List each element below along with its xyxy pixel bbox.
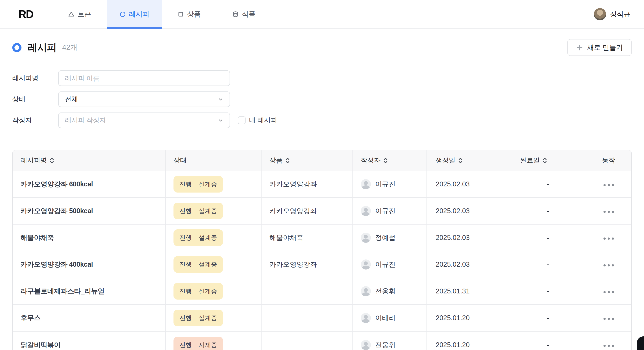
table-row[interactable]: 해물야채죽 진행설계중 해물야채죽 정예섭 2025.02.03 - bbox=[13, 224, 632, 251]
col-header-created: 생성일 bbox=[436, 156, 456, 165]
create-new-label: 새로 만들기 bbox=[587, 43, 623, 52]
tab-product[interactable]: 상품 bbox=[162, 0, 216, 28]
completed-date: - bbox=[547, 207, 549, 215]
status-select[interactable]: 전체 bbox=[58, 91, 230, 107]
recipe-name: 닭갈비떡볶이 bbox=[20, 341, 61, 349]
badge-divider bbox=[195, 234, 196, 242]
created-date: 2025.02.03 bbox=[436, 180, 470, 188]
recipe-name-input[interactable] bbox=[58, 70, 230, 86]
badge-divider bbox=[195, 287, 196, 295]
status-badge: 진행설계중 bbox=[174, 203, 223, 219]
col-header-author: 작성자 bbox=[361, 156, 380, 165]
author-name: 이규진 bbox=[375, 260, 396, 269]
status-badge: 진행설계중 bbox=[174, 310, 223, 326]
filter-label-status: 상태 bbox=[12, 95, 58, 104]
status-stage: 진행 bbox=[180, 234, 192, 242]
author-avatar-icon bbox=[361, 206, 371, 216]
badge-divider bbox=[195, 314, 196, 322]
col-header-actions: 동작 bbox=[602, 156, 615, 164]
product-name: 카카오영양강좌 bbox=[270, 180, 317, 188]
page-header: 레시피 42개 새로 만들기 bbox=[12, 39, 632, 56]
user-avatar bbox=[594, 8, 606, 20]
row-actions-button[interactable] bbox=[601, 342, 616, 349]
recipe-name: 후무스 bbox=[20, 314, 41, 322]
table-row[interactable]: 카카오영양강좌 600kcal 진행설계중 카카오영양강좌 이규진 2025.0… bbox=[13, 171, 632, 198]
recipe-name: 카카오영양강좌 600kcal bbox=[20, 180, 93, 188]
sort-icon[interactable] bbox=[50, 157, 54, 163]
author-name: 정예섭 bbox=[375, 233, 396, 242]
row-actions-button[interactable] bbox=[601, 209, 616, 215]
author-avatar-icon bbox=[361, 340, 371, 350]
sort-icon[interactable] bbox=[458, 157, 463, 163]
row-actions-button[interactable] bbox=[601, 235, 616, 242]
recipe-name: 해물야채죽 bbox=[20, 234, 54, 241]
author-name: 전웅휘 bbox=[375, 340, 396, 349]
status-stage: 진행 bbox=[180, 207, 192, 215]
row-actions-button[interactable] bbox=[601, 315, 616, 322]
filter-label-author: 작성자 bbox=[12, 116, 58, 125]
status-stage: 진행 bbox=[180, 341, 192, 349]
tab-label: 식품 bbox=[242, 10, 256, 19]
recipe-name: 라구볼로네제파스타_리뉴얼 bbox=[20, 287, 104, 295]
product-name: 해물야채죽 bbox=[270, 234, 304, 241]
table-row[interactable]: 후무스 진행설계중 이태리 2025.01.20 - bbox=[13, 305, 632, 331]
completed-date: - bbox=[547, 287, 549, 295]
status-sub: 시제중 bbox=[199, 341, 217, 349]
author-avatar-icon bbox=[361, 313, 371, 323]
author-name: 이규진 bbox=[375, 180, 396, 189]
row-actions-button[interactable] bbox=[601, 182, 616, 188]
table-row[interactable]: 라구볼로네제파스타_리뉴얼 진행설계중 전웅휘 2025.01.31 - bbox=[13, 278, 632, 305]
create-new-button[interactable]: 새로 만들기 bbox=[567, 39, 632, 56]
sort-icon[interactable] bbox=[383, 157, 388, 163]
author-name: 이태리 bbox=[375, 313, 396, 323]
recipe-count: 42개 bbox=[62, 43, 78, 52]
filter-label-name: 레시피명 bbox=[12, 74, 58, 83]
my-recipe-label: 내 레시피 bbox=[249, 116, 277, 125]
created-date: 2025.02.03 bbox=[436, 207, 470, 215]
created-date: 2025.02.03 bbox=[436, 261, 470, 268]
product-name: 카카오영양강좌 bbox=[270, 261, 317, 268]
completed-date: - bbox=[547, 234, 549, 241]
circle-icon bbox=[120, 11, 126, 18]
badge-divider bbox=[195, 180, 196, 188]
completed-date: - bbox=[547, 180, 549, 188]
tab-label: 토큰 bbox=[78, 10, 91, 19]
table-row[interactable]: 카카오영양강좌 500kcal 진행설계중 카카오영양강좌 이규진 2025.0… bbox=[13, 198, 632, 224]
author-name: 전웅휘 bbox=[375, 287, 396, 296]
status-badge: 진행설계중 bbox=[174, 256, 223, 273]
tab-food[interactable]: 식품 bbox=[216, 0, 271, 28]
blue-ring-icon bbox=[12, 43, 22, 52]
row-actions-button[interactable] bbox=[601, 262, 616, 269]
user-menu[interactable]: 정석규 bbox=[594, 8, 630, 20]
author-select-placeholder: 레시피 작성자 bbox=[65, 116, 106, 125]
filter-row-status: 상태 전체 bbox=[12, 91, 632, 107]
square-icon bbox=[178, 11, 184, 18]
col-header-recipe-name: 레시피명 bbox=[20, 156, 47, 165]
row-actions-button[interactable] bbox=[601, 289, 616, 295]
sort-icon[interactable] bbox=[542, 157, 547, 163]
my-recipe-checkbox[interactable] bbox=[238, 116, 246, 124]
recipe-name: 카카오영양강좌 400kcal bbox=[20, 261, 93, 268]
table-row[interactable]: 닭갈비떡볶이 진행시제중 전웅휘 2025.01.20 - bbox=[13, 331, 632, 350]
top-navigation-bar: RD 토큰 레시피 상품 식품 정석규 bbox=[0, 0, 644, 29]
recipe-name: 카카오영양강좌 500kcal bbox=[20, 207, 93, 215]
table-row[interactable]: 카카오영양강좌 400kcal 진행설계중 카카오영양강좌 이규진 2025.0… bbox=[13, 251, 632, 278]
sort-icon[interactable] bbox=[285, 157, 290, 163]
tab-recipe[interactable]: 레시피 bbox=[107, 0, 162, 28]
tab-token[interactable]: 토큰 bbox=[52, 0, 107, 28]
tab-label: 상품 bbox=[187, 10, 201, 19]
status-sub: 설계중 bbox=[199, 234, 217, 242]
status-badge: 진행설계중 bbox=[174, 229, 223, 246]
filter-row-name: 레시피명 bbox=[12, 70, 632, 86]
table-header-row: 레시피명 상태 상품 작성자 생성일 완료일 동작 bbox=[13, 150, 632, 171]
status-sub: 설계중 bbox=[199, 287, 217, 295]
col-header-product: 상품 bbox=[270, 156, 282, 165]
status-badge: 진행시제중 bbox=[174, 337, 223, 350]
col-header-completed: 완료일 bbox=[520, 156, 540, 165]
database-icon bbox=[232, 11, 239, 18]
main-tabs: 토큰 레시피 상품 식품 bbox=[52, 0, 271, 28]
filter-panel: 레시피명 상태 전체 작성자 레시피 작성자 내 레시피 bbox=[12, 70, 632, 128]
author-select[interactable]: 레시피 작성자 bbox=[58, 112, 230, 128]
status-sub: 설계중 bbox=[199, 180, 217, 188]
page-title: 레시피 bbox=[28, 41, 56, 54]
